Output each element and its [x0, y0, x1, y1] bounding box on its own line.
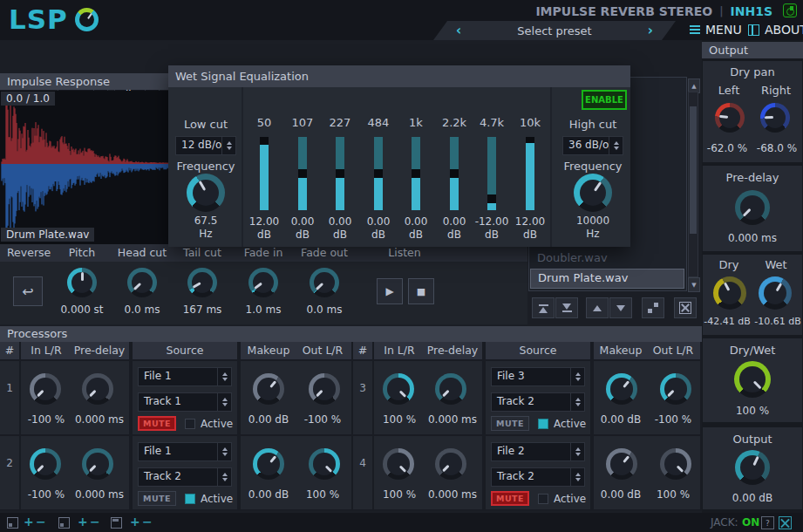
preset-select[interactable]: Select preset — [517, 24, 591, 38]
in-lr-knob[interactable] — [383, 448, 414, 480]
remove-button[interactable] — [674, 297, 697, 318]
scrollbar-track[interactable] — [688, 92, 698, 277]
zoom-out-button[interactable]: − — [142, 515, 153, 529]
spinner-arrows-icon[interactable] — [217, 368, 231, 385]
mute-button[interactable]: MUTE — [138, 491, 176, 506]
dry-wet-knob[interactable] — [734, 361, 771, 398]
spinner-arrows-icon[interactable] — [570, 443, 584, 460]
makeup-knob[interactable] — [606, 373, 637, 405]
graph-fit-icon[interactable] — [58, 517, 70, 529]
list-item-selected[interactable]: Drum Plate.wav — [530, 269, 684, 289]
spinner-arrows-icon[interactable] — [609, 137, 623, 154]
zoom-out-button[interactable]: − — [90, 515, 100, 529]
makeup-knob[interactable] — [253, 373, 284, 405]
out-lr-knob[interactable] — [660, 373, 691, 405]
help-button[interactable]: ? — [761, 516, 774, 529]
low-cut-frequency-knob[interactable] — [187, 174, 225, 212]
move-last-button[interactable] — [555, 297, 578, 318]
eq-band-fader[interactable] — [450, 137, 459, 210]
source-track-selector[interactable]: Track 1 — [138, 392, 232, 412]
fade-in-knob[interactable] — [248, 268, 278, 297]
scrollbar-thumb[interactable] — [690, 106, 697, 234]
out-lr-knob[interactable] — [309, 373, 340, 405]
eq-band-fader[interactable] — [298, 137, 307, 210]
active-checkbox[interactable] — [538, 419, 548, 429]
spinner-arrows-icon[interactable] — [570, 468, 584, 486]
source-file-selector[interactable]: File 1 — [138, 367, 232, 386]
listen-stop-button[interactable]: ■ — [408, 278, 434, 304]
eq-band-fader[interactable] — [487, 137, 496, 210]
move-up-button[interactable] — [586, 297, 609, 318]
low-cut-slope-selector[interactable]: 12 dB/oct — [175, 136, 236, 155]
in-lr-knob[interactable] — [383, 373, 414, 405]
spinner-arrows-icon[interactable] — [217, 443, 231, 460]
source-file-selector[interactable]: File 1 — [138, 442, 232, 461]
pre-delay-knob[interactable] — [82, 373, 113, 405]
makeup-knob[interactable] — [253, 448, 284, 480]
tail-cut-knob[interactable] — [187, 268, 217, 297]
eq-enable-button[interactable]: ENABLE — [582, 90, 627, 110]
pre-delay-knob[interactable] — [435, 448, 466, 480]
spinner-arrows-icon[interactable] — [217, 468, 231, 486]
spinner-arrows-icon[interactable] — [221, 137, 235, 154]
listen-play-button[interactable]: ▶ — [377, 278, 403, 304]
in-lr-knob[interactable] — [30, 373, 61, 405]
dry-pan-left-knob[interactable] — [715, 103, 745, 133]
preset-prev-button[interactable]: ‹ — [456, 23, 461, 38]
in-lr-value: 100 % — [374, 413, 425, 426]
active-checkbox[interactable] — [185, 419, 195, 429]
knob-indicator — [726, 353, 778, 405]
move-down-button[interactable] — [609, 297, 632, 318]
high-cut-slope-selector[interactable]: 36 dB/oct — [562, 136, 623, 155]
pre-delay-knob[interactable] — [735, 190, 770, 225]
eq-band-fader[interactable] — [260, 137, 269, 210]
pre-delay-knob[interactable] — [82, 448, 113, 480]
output-gain-knob[interactable] — [735, 450, 770, 485]
swap-button[interactable] — [642, 297, 664, 318]
spinner-arrows-icon[interactable] — [217, 393, 231, 411]
dry-gain-knob[interactable] — [713, 276, 746, 310]
dry-pan-right-knob[interactable] — [760, 103, 790, 133]
list-item[interactable]: Doubler.wav — [530, 249, 684, 268]
scroll-down-button[interactable]: ▼ — [688, 277, 700, 292]
zoom-in-button[interactable]: + — [78, 515, 88, 529]
pre-delay-knob[interactable] — [435, 373, 466, 405]
wet-gain-knob[interactable] — [759, 276, 792, 310]
fade-out-knob[interactable] — [310, 268, 339, 297]
eq-band-fader[interactable] — [412, 137, 420, 210]
reverse-button[interactable]: ↩ — [13, 276, 43, 306]
mute-button[interactable]: MUTE — [491, 416, 529, 431]
zoom-in-button[interactable]: + — [130, 515, 140, 529]
eq-band-fader[interactable] — [336, 137, 344, 210]
out-lr-knob[interactable] — [309, 448, 340, 480]
graph-fit-icon[interactable] — [7, 517, 18, 529]
pitch-knob[interactable] — [67, 268, 97, 297]
head-cut-knob[interactable] — [127, 268, 157, 297]
power-icon[interactable] — [783, 3, 797, 17]
zoom-in-button[interactable]: + — [24, 515, 34, 529]
mute-button[interactable]: MUTE — [138, 416, 176, 431]
eq-band-fader[interactable] — [374, 137, 383, 210]
spinner-arrows-icon[interactable] — [570, 368, 584, 385]
source-file-selector[interactable]: File 3 — [491, 367, 585, 386]
out-lr-knob[interactable] — [660, 448, 691, 480]
makeup-knob[interactable] — [606, 448, 637, 480]
spinner-arrows-icon[interactable] — [570, 393, 584, 411]
in-lr-knob[interactable] — [30, 448, 61, 480]
source-file-selector[interactable]: File 2 — [491, 442, 585, 461]
active-checkbox[interactable] — [185, 494, 195, 504]
about-button[interactable]: ABOUT — [748, 23, 803, 37]
zoom-out-button[interactable]: − — [36, 515, 46, 529]
source-track-selector[interactable]: Track 2 — [491, 392, 585, 412]
high-cut-frequency-knob[interactable] — [574, 174, 612, 212]
source-track-selector[interactable]: Track 2 — [491, 467, 585, 487]
eq-band-fader[interactable] — [526, 137, 534, 210]
preset-next-button[interactable]: › — [648, 23, 653, 38]
menu-button[interactable]: MENU — [690, 23, 742, 37]
active-checkbox[interactable] — [538, 494, 548, 504]
window-resize-icon[interactable] — [779, 516, 792, 529]
mute-button[interactable]: MUTE — [491, 491, 529, 506]
source-track-selector[interactable]: Track 2 — [138, 467, 232, 487]
move-first-button[interactable] — [532, 297, 555, 318]
time-zoom-icon[interactable] — [111, 517, 122, 529]
